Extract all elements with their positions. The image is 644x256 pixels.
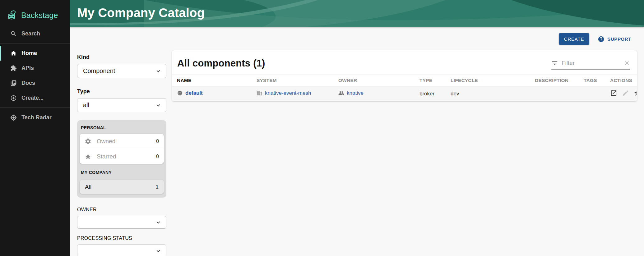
backstage-logo-text: Backstage <box>21 11 58 20</box>
page-title: My Company Catalog <box>77 6 205 20</box>
star-icon <box>85 153 91 160</box>
tags-cell <box>579 86 605 101</box>
sidebar: Backstage Search Home APIs Docs Create..… <box>0 0 70 256</box>
sidebar-item-label: Search <box>21 30 40 37</box>
owner-link[interactable]: knative <box>338 90 364 96</box>
sidebar-item-create[interactable]: Create... <box>0 90 70 105</box>
kind-select[interactable]: Component <box>77 64 166 78</box>
table-filter-input[interactable] <box>562 60 620 66</box>
kind-select-value: Component <box>83 67 115 75</box>
catalog-filter-panel: Kind Component Type all PERSONAL Owned 0… <box>77 54 166 256</box>
chevron-down-icon <box>155 102 162 109</box>
sidebar-item-label: Docs <box>21 80 35 86</box>
docs-icon <box>10 80 17 86</box>
type-select-value: all <box>83 102 89 109</box>
column-header-system[interactable]: SYSTEM <box>252 75 333 86</box>
entity-name-link[interactable]: default <box>177 90 203 96</box>
system-link[interactable]: knative-event-mesh <box>257 90 311 96</box>
create-button[interactable]: CREATE <box>559 33 590 45</box>
column-header-description[interactable]: DESCRIPTION <box>530 75 579 86</box>
building-icon <box>257 90 262 96</box>
table-filter-box <box>551 60 630 70</box>
sidebar-item-docs[interactable]: Docs <box>0 75 70 90</box>
filter-item-starred[interactable]: Starred 0 <box>80 149 164 164</box>
column-header-lifecycle[interactable]: LIFECYCLE <box>446 75 530 86</box>
entity-picker-card: PERSONAL Owned 0 Starred 0 MY COMPANY Al… <box>77 120 166 198</box>
description-cell <box>530 86 579 101</box>
filter-item-count: 0 <box>156 154 159 159</box>
help-icon <box>598 36 605 43</box>
filter-item-label: Owned <box>97 138 151 145</box>
open-in-new-icon <box>610 89 617 97</box>
sidebar-item-home[interactable]: Home <box>0 46 70 61</box>
chevron-down-icon <box>155 68 162 75</box>
column-header-actions: ACTIONS <box>605 75 637 86</box>
type-select[interactable]: all <box>77 98 166 112</box>
kind-filter-label: Kind <box>77 54 166 61</box>
filter-item-label: All <box>85 184 156 190</box>
page-header: My Company Catalog <box>70 0 644 27</box>
personal-filter-group: Owned 0 Starred 0 <box>80 134 164 164</box>
sidebar-item-label: Create... <box>21 95 44 101</box>
close-icon <box>624 60 630 66</box>
owner-filter-label: OWNER <box>77 207 166 213</box>
owner-link-text: knative <box>347 90 364 96</box>
sidebar-item-label: Tech Radar <box>21 114 52 121</box>
star-outline-icon <box>634 89 637 97</box>
row-actions <box>610 89 637 97</box>
column-header-tags[interactable]: TAGS <box>579 75 605 86</box>
filter-item-all[interactable]: All 1 <box>80 180 164 194</box>
sidebar-item-search[interactable]: Search <box>0 26 70 41</box>
backstage-logo-icon <box>7 10 18 21</box>
type-cell: broker <box>415 86 446 101</box>
edit-icon <box>622 89 629 97</box>
lifecycle-cell: dev <box>446 86 530 101</box>
support-button[interactable]: SUPPORT <box>598 36 631 43</box>
group-icon <box>338 90 344 96</box>
support-button-label: SUPPORT <box>607 36 631 42</box>
filter-icon <box>551 60 558 66</box>
settings-icon <box>85 138 91 145</box>
star-entity-button[interactable] <box>634 89 637 97</box>
entity-name-text: default <box>185 90 203 96</box>
processing-status-select[interactable] <box>77 245 166 256</box>
table-title: All components (1) <box>177 58 265 69</box>
column-header-name[interactable]: NAME <box>172 75 252 86</box>
chevron-down-icon <box>155 248 162 254</box>
home-icon <box>10 50 17 57</box>
company-section-label: MY COMPANY <box>80 169 164 179</box>
sidebar-divider <box>0 107 70 108</box>
sidebar-item-tech-radar[interactable]: Tech Radar <box>0 110 70 125</box>
sidebar-item-label: Home <box>21 50 37 57</box>
radar-icon <box>10 114 17 121</box>
column-header-owner[interactable]: OWNER <box>333 75 415 86</box>
type-filter-label: Type <box>77 88 166 95</box>
system-link-text: knative-event-mesh <box>265 90 311 96</box>
chip-icon <box>177 90 183 96</box>
sidebar-item-apis[interactable]: APIs <box>0 61 70 75</box>
edit-entity-button[interactable] <box>622 89 629 97</box>
add-circle-icon <box>10 95 17 101</box>
filter-item-count: 1 <box>156 184 159 190</box>
clear-filter-button[interactable] <box>624 60 630 66</box>
owner-select[interactable] <box>77 216 166 229</box>
components-table: NAME SYSTEM OWNER TYPE LIFECYCLE DESCRIP… <box>172 75 637 101</box>
table-header-row: NAME SYSTEM OWNER TYPE LIFECYCLE DESCRIP… <box>172 75 637 86</box>
components-table-card: All components (1) NAME SYSTEM OWNER <box>172 50 637 101</box>
sidebar-divider <box>0 43 70 43</box>
search-icon <box>10 30 17 37</box>
chevron-down-icon <box>155 219 162 226</box>
personal-section-label: PERSONAL <box>80 124 164 134</box>
filter-item-owned[interactable]: Owned 0 <box>80 134 164 149</box>
sidebar-item-label: APIs <box>21 65 34 71</box>
filter-item-count: 0 <box>156 139 159 144</box>
filter-item-label: Starred <box>97 153 151 160</box>
puzzle-icon <box>10 65 17 71</box>
table-row: default knative-event-mesh <box>172 86 637 101</box>
column-header-type[interactable]: TYPE <box>415 75 446 86</box>
content-toolbar: CREATE SUPPORT <box>559 33 631 45</box>
table-card-header: All components (1) <box>172 50 637 75</box>
view-entity-button[interactable] <box>610 89 617 97</box>
processing-status-filter-label: PROCESSING STATUS <box>77 235 166 241</box>
backstage-logo[interactable]: Backstage <box>0 0 70 22</box>
